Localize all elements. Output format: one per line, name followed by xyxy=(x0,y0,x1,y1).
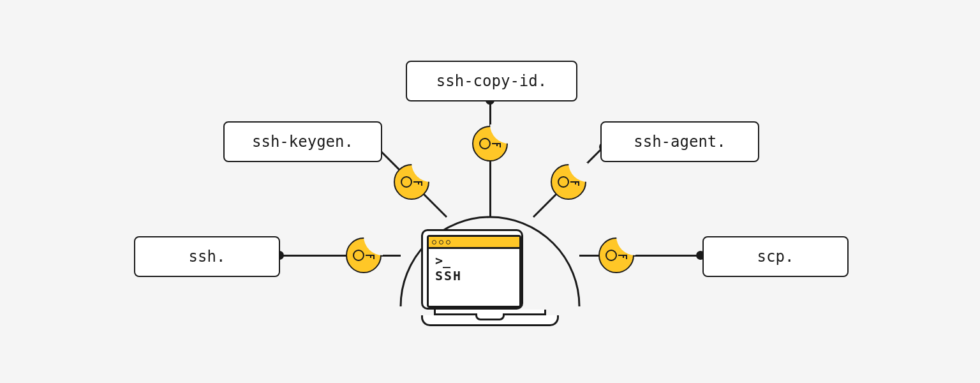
connector xyxy=(579,255,701,257)
node-ssh-copy-id: ssh-copy-id. xyxy=(406,61,577,101)
node-label: ssh-agent. xyxy=(634,133,726,151)
key-icon xyxy=(598,237,634,273)
ssh-commands-diagram: ssh. ssh-keygen. ssh-copy-id. ssh-agent.… xyxy=(0,0,980,383)
laptop-icon: >_ SSH xyxy=(421,229,559,326)
key-icon xyxy=(472,126,508,161)
node-label: scp. xyxy=(757,248,794,266)
node-label: ssh-copy-id. xyxy=(436,72,547,90)
terminal-prompt: >_ xyxy=(435,254,513,267)
terminal-label: SSH xyxy=(435,268,513,283)
node-label: ssh-keygen. xyxy=(252,133,353,151)
key-icon xyxy=(551,164,586,200)
node-scp: scp. xyxy=(702,236,849,277)
node-ssh: ssh. xyxy=(134,236,280,277)
key-icon xyxy=(346,237,382,273)
window-titlebar xyxy=(429,237,519,249)
node-label: ssh. xyxy=(189,248,226,266)
key-icon xyxy=(394,164,429,200)
node-ssh-keygen: ssh-keygen. xyxy=(223,121,382,162)
node-ssh-agent: ssh-agent. xyxy=(600,121,759,162)
